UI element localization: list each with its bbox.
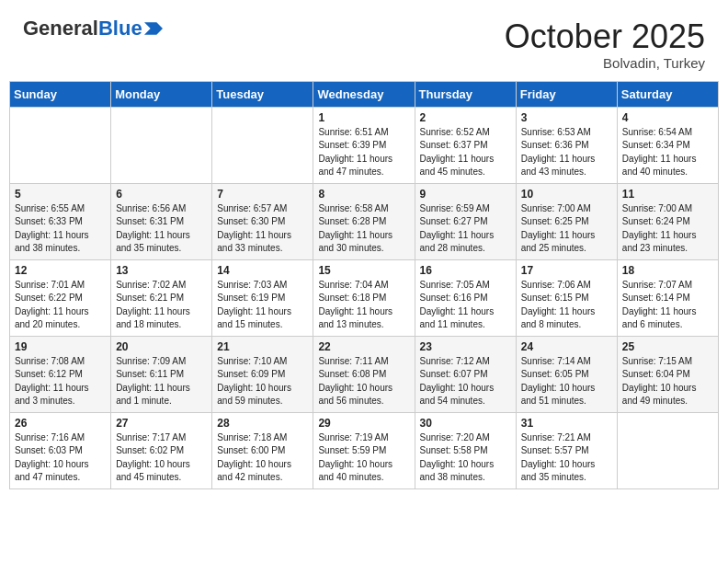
day-number: 13 xyxy=(116,264,207,277)
day-info: Sunrise: 7:20 AM Sunset: 5:58 PM Dayligh… xyxy=(420,431,511,485)
day-cell: 27Sunrise: 7:17 AM Sunset: 6:02 PM Dayli… xyxy=(111,412,212,488)
week-row-2: 5Sunrise: 6:55 AM Sunset: 6:33 PM Daylig… xyxy=(10,183,719,259)
day-cell: 8Sunrise: 6:58 AM Sunset: 6:28 PM Daylig… xyxy=(313,183,415,259)
header-monday: Monday xyxy=(111,81,212,107)
day-cell xyxy=(617,412,718,488)
logo-text: GeneralBlue xyxy=(23,18,142,39)
day-info: Sunrise: 7:04 AM Sunset: 6:18 PM Dayligh… xyxy=(318,279,409,332)
day-info: Sunrise: 7:00 AM Sunset: 6:24 PM Dayligh… xyxy=(622,202,713,256)
day-number: 11 xyxy=(622,188,713,201)
day-number: 10 xyxy=(521,188,612,201)
day-info: Sunrise: 6:56 AM Sunset: 6:31 PM Dayligh… xyxy=(116,202,207,256)
day-cell xyxy=(212,107,313,183)
day-number: 1 xyxy=(318,111,409,124)
logo-arrow-icon xyxy=(144,22,163,35)
day-cell: 28Sunrise: 7:18 AM Sunset: 6:00 PM Dayli… xyxy=(212,412,313,488)
day-number: 24 xyxy=(521,340,612,353)
day-info: Sunrise: 6:57 AM Sunset: 6:30 PM Dayligh… xyxy=(217,202,308,256)
day-cell: 4Sunrise: 6:54 AM Sunset: 6:34 PM Daylig… xyxy=(617,107,718,183)
day-number: 9 xyxy=(420,188,511,201)
month-title: October 2025 xyxy=(505,18,705,55)
day-number: 12 xyxy=(15,264,106,277)
day-cell: 16Sunrise: 7:05 AM Sunset: 6:16 PM Dayli… xyxy=(415,259,516,336)
day-cell: 20Sunrise: 7:09 AM Sunset: 6:11 PM Dayli… xyxy=(111,336,212,412)
day-info: Sunrise: 7:00 AM Sunset: 6:25 PM Dayligh… xyxy=(521,202,612,256)
days-of-week-row: SundayMondayTuesdayWednesdayThursdayFrid… xyxy=(10,81,719,107)
header-tuesday: Tuesday xyxy=(212,81,313,107)
day-cell: 13Sunrise: 7:02 AM Sunset: 6:21 PM Dayli… xyxy=(111,259,212,336)
day-info: Sunrise: 6:58 AM Sunset: 6:28 PM Dayligh… xyxy=(318,202,409,256)
day-info: Sunrise: 7:15 AM Sunset: 6:04 PM Dayligh… xyxy=(622,355,713,408)
day-cell: 19Sunrise: 7:08 AM Sunset: 6:12 PM Dayli… xyxy=(10,336,111,412)
day-cell: 10Sunrise: 7:00 AM Sunset: 6:25 PM Dayli… xyxy=(516,183,617,259)
day-info: Sunrise: 7:05 AM Sunset: 6:16 PM Dayligh… xyxy=(420,279,511,332)
day-number: 26 xyxy=(15,417,106,430)
day-number: 14 xyxy=(217,264,308,277)
day-cell: 6Sunrise: 6:56 AM Sunset: 6:31 PM Daylig… xyxy=(111,183,212,259)
day-number: 6 xyxy=(116,188,207,201)
header-sunday: Sunday xyxy=(10,81,111,107)
day-number: 2 xyxy=(420,111,511,124)
day-number: 4 xyxy=(622,111,713,124)
day-info: Sunrise: 6:59 AM Sunset: 6:27 PM Dayligh… xyxy=(420,202,511,256)
calendar-body: 1Sunrise: 6:51 AM Sunset: 6:39 PM Daylig… xyxy=(10,107,719,488)
day-number: 17 xyxy=(521,264,612,277)
day-number: 16 xyxy=(420,264,511,277)
day-cell: 21Sunrise: 7:10 AM Sunset: 6:09 PM Dayli… xyxy=(212,336,313,412)
day-cell: 5Sunrise: 6:55 AM Sunset: 6:33 PM Daylig… xyxy=(10,183,111,259)
day-number: 18 xyxy=(622,264,713,277)
calendar-header: SundayMondayTuesdayWednesdayThursdayFrid… xyxy=(10,81,719,107)
day-number: 7 xyxy=(217,188,308,201)
day-cell: 15Sunrise: 7:04 AM Sunset: 6:18 PM Dayli… xyxy=(313,259,415,336)
day-number: 3 xyxy=(521,111,612,124)
day-info: Sunrise: 7:21 AM Sunset: 5:57 PM Dayligh… xyxy=(521,431,612,485)
day-cell xyxy=(10,107,111,183)
day-info: Sunrise: 7:09 AM Sunset: 6:11 PM Dayligh… xyxy=(116,355,207,408)
title-block: October 2025 Bolvadin, Turkey xyxy=(505,18,705,71)
day-cell: 24Sunrise: 7:14 AM Sunset: 6:05 PM Dayli… xyxy=(516,336,617,412)
day-cell: 14Sunrise: 7:03 AM Sunset: 6:19 PM Dayli… xyxy=(212,259,313,336)
day-cell: 1Sunrise: 6:51 AM Sunset: 6:39 PM Daylig… xyxy=(313,107,415,183)
day-number: 29 xyxy=(318,417,409,430)
header-wednesday: Wednesday xyxy=(313,81,415,107)
logo: GeneralBlue xyxy=(23,18,163,39)
day-number: 30 xyxy=(420,417,511,430)
day-info: Sunrise: 7:08 AM Sunset: 6:12 PM Dayligh… xyxy=(15,355,106,408)
day-cell xyxy=(111,107,212,183)
day-number: 19 xyxy=(15,340,106,353)
week-row-4: 19Sunrise: 7:08 AM Sunset: 6:12 PM Dayli… xyxy=(10,336,719,412)
header-friday: Friday xyxy=(516,81,617,107)
day-info: Sunrise: 7:02 AM Sunset: 6:21 PM Dayligh… xyxy=(116,279,207,332)
week-row-1: 1Sunrise: 6:51 AM Sunset: 6:39 PM Daylig… xyxy=(10,107,719,183)
day-number: 27 xyxy=(116,417,207,430)
day-cell: 11Sunrise: 7:00 AM Sunset: 6:24 PM Dayli… xyxy=(617,183,718,259)
day-cell: 18Sunrise: 7:07 AM Sunset: 6:14 PM Dayli… xyxy=(617,259,718,336)
day-number: 28 xyxy=(217,417,308,430)
day-number: 21 xyxy=(217,340,308,353)
day-number: 8 xyxy=(318,188,409,201)
day-info: Sunrise: 7:11 AM Sunset: 6:08 PM Dayligh… xyxy=(318,355,409,408)
day-info: Sunrise: 7:14 AM Sunset: 6:05 PM Dayligh… xyxy=(521,355,612,408)
day-number: 23 xyxy=(420,340,511,353)
header-thursday: Thursday xyxy=(415,81,516,107)
page-header: GeneralBlue October 2025 Bolvadin, Turke… xyxy=(9,9,719,75)
day-cell: 29Sunrise: 7:19 AM Sunset: 5:59 PM Dayli… xyxy=(313,412,415,488)
day-info: Sunrise: 7:01 AM Sunset: 6:22 PM Dayligh… xyxy=(15,279,106,332)
day-info: Sunrise: 7:19 AM Sunset: 5:59 PM Dayligh… xyxy=(318,431,409,485)
day-info: Sunrise: 7:06 AM Sunset: 6:15 PM Dayligh… xyxy=(521,279,612,332)
day-number: 25 xyxy=(622,340,713,353)
header-saturday: Saturday xyxy=(617,81,718,107)
day-info: Sunrise: 6:51 AM Sunset: 6:39 PM Dayligh… xyxy=(318,126,409,179)
day-number: 22 xyxy=(318,340,409,353)
location: Bolvadin, Turkey xyxy=(505,55,705,71)
day-cell: 26Sunrise: 7:16 AM Sunset: 6:03 PM Dayli… xyxy=(10,412,111,488)
week-row-3: 12Sunrise: 7:01 AM Sunset: 6:22 PM Dayli… xyxy=(10,259,719,336)
day-number: 20 xyxy=(116,340,207,353)
day-cell: 7Sunrise: 6:57 AM Sunset: 6:30 PM Daylig… xyxy=(212,183,313,259)
day-info: Sunrise: 6:52 AM Sunset: 6:37 PM Dayligh… xyxy=(420,126,511,179)
day-info: Sunrise: 6:54 AM Sunset: 6:34 PM Dayligh… xyxy=(622,126,713,179)
day-cell: 25Sunrise: 7:15 AM Sunset: 6:04 PM Dayli… xyxy=(617,336,718,412)
day-info: Sunrise: 7:12 AM Sunset: 6:07 PM Dayligh… xyxy=(420,355,511,408)
day-cell: 12Sunrise: 7:01 AM Sunset: 6:22 PM Dayli… xyxy=(10,259,111,336)
day-cell: 2Sunrise: 6:52 AM Sunset: 6:37 PM Daylig… xyxy=(415,107,516,183)
